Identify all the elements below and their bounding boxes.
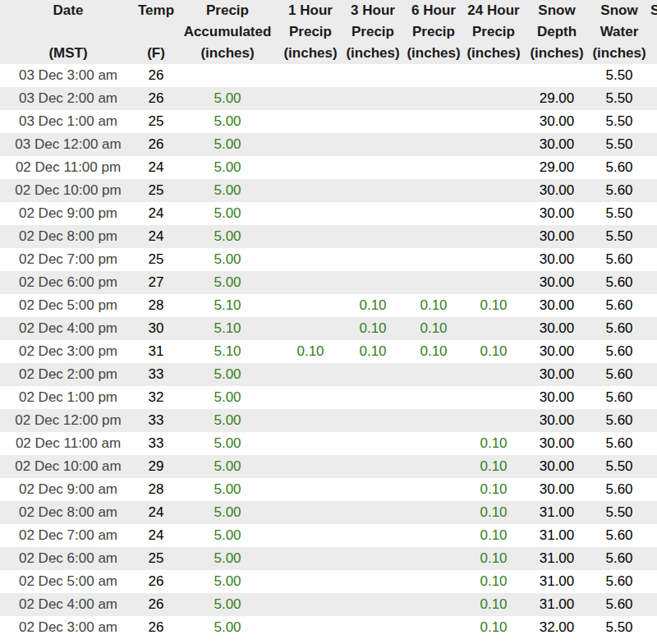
cell-precip_24hr bbox=[463, 248, 524, 271]
column-header-temp: Temp (F) bbox=[136, 0, 176, 64]
cell-snow_water: 5.50 bbox=[590, 110, 649, 133]
cell-precip_6hr bbox=[404, 133, 463, 156]
cell-precip_24hr bbox=[463, 156, 524, 179]
cell-snow_depth: 30.00 bbox=[524, 271, 590, 294]
table-header: Date (MST) Temp (F) Precip Accumulated (… bbox=[0, 0, 657, 64]
cell-snow_water: 5.50 bbox=[590, 616, 649, 639]
cell-clipped bbox=[649, 317, 657, 340]
cell-precip_3hr bbox=[342, 409, 404, 432]
cell-precip_6hr bbox=[404, 179, 463, 202]
cell-precip_1hr bbox=[279, 317, 342, 340]
cell-precip_3hr bbox=[342, 110, 404, 133]
cell-clipped bbox=[649, 386, 657, 409]
cell-precip_24hr bbox=[463, 271, 524, 294]
cell-temp: 24 bbox=[136, 202, 176, 225]
header-line bbox=[0, 21, 136, 43]
column-header-precip-accumulated: Precip Accumulated (inches) bbox=[176, 0, 279, 64]
header-line: Precip bbox=[463, 21, 524, 43]
cell-temp: 25 bbox=[136, 110, 176, 133]
cell-precip_3hr bbox=[342, 570, 404, 593]
cell-precip_3hr bbox=[342, 455, 404, 478]
cell-date: 02 Dec 4:00 am bbox=[0, 593, 136, 616]
table-row: 03 Dec 2:00 am265.0029.005.50 bbox=[0, 87, 657, 110]
cell-snow_water: 5.60 bbox=[590, 271, 649, 294]
cell-precip_3hr bbox=[342, 64, 404, 87]
header-line: Precip bbox=[279, 21, 342, 43]
cell-snow_water: 5.50 bbox=[590, 202, 649, 225]
cell-snow_depth: 30.00 bbox=[524, 179, 590, 202]
cell-precip_1hr bbox=[279, 432, 342, 455]
cell-clipped bbox=[649, 409, 657, 432]
cell-snow_water: 5.50 bbox=[590, 225, 649, 248]
cell-precip_6hr bbox=[404, 616, 463, 639]
cell-temp: 31 bbox=[136, 340, 176, 363]
cell-precip_1hr bbox=[279, 524, 342, 547]
cell-precip_6hr bbox=[404, 455, 463, 478]
cell-precip_accumulated: 5.00 bbox=[176, 271, 279, 294]
cell-precip_3hr bbox=[342, 547, 404, 570]
cell-temp: 32 bbox=[136, 386, 176, 409]
cell-temp: 24 bbox=[136, 156, 176, 179]
header-line: Temp bbox=[136, 0, 176, 21]
table-row: 02 Dec 8:00 pm245.0030.005.50 bbox=[0, 225, 657, 248]
table-row: 02 Dec 1:00 pm325.0030.005.60 bbox=[0, 386, 657, 409]
cell-clipped bbox=[649, 64, 657, 87]
column-header-precip-3hr: 3 Hour Precip (inches) bbox=[342, 0, 404, 64]
cell-clipped bbox=[649, 547, 657, 570]
cell-temp: 33 bbox=[136, 432, 176, 455]
cell-precip_accumulated: 5.10 bbox=[176, 294, 279, 317]
cell-precip_24hr: 0.10 bbox=[463, 570, 524, 593]
cell-precip_1hr bbox=[279, 409, 342, 432]
cell-precip_6hr bbox=[404, 248, 463, 271]
cell-snow_depth: 32.00 bbox=[524, 616, 590, 639]
cell-snow_depth: 30.00 bbox=[524, 478, 590, 501]
cell-precip_6hr bbox=[404, 225, 463, 248]
cell-precip_6hr bbox=[404, 432, 463, 455]
cell-precip_3hr bbox=[342, 386, 404, 409]
cell-snow_water: 5.50 bbox=[590, 64, 649, 87]
cell-precip_accumulated: 5.00 bbox=[176, 225, 279, 248]
cell-precip_1hr bbox=[279, 110, 342, 133]
cell-temp: 25 bbox=[136, 547, 176, 570]
cell-precip_6hr bbox=[404, 547, 463, 570]
cell-snow_water: 5.60 bbox=[590, 386, 649, 409]
table-row: 02 Dec 7:00 am245.000.1031.005.60 bbox=[0, 524, 657, 547]
header-line: Precip bbox=[342, 21, 404, 43]
cell-precip_accumulated: 5.10 bbox=[176, 317, 279, 340]
cell-precip_24hr: 0.10 bbox=[463, 478, 524, 501]
cell-snow_water: 5.60 bbox=[590, 432, 649, 455]
table-row: 02 Dec 3:00 pm315.100.100.100.100.1030.0… bbox=[0, 340, 657, 363]
cell-snow_water: 5.60 bbox=[590, 363, 649, 386]
cell-temp: 33 bbox=[136, 363, 176, 386]
cell-precip_1hr bbox=[279, 570, 342, 593]
cell-precip_24hr bbox=[463, 363, 524, 386]
cell-precip_1hr bbox=[279, 156, 342, 179]
table-row: 02 Dec 5:00 pm285.100.100.100.1030.005.6… bbox=[0, 294, 657, 317]
cell-clipped bbox=[649, 432, 657, 455]
cell-precip_accumulated: 5.00 bbox=[176, 363, 279, 386]
table-row: 02 Dec 4:00 am265.000.1031.005.60 bbox=[0, 593, 657, 616]
cell-date: 02 Dec 6:00 pm bbox=[0, 271, 136, 294]
cell-temp: 26 bbox=[136, 87, 176, 110]
cell-precip_1hr bbox=[279, 386, 342, 409]
table-row: 02 Dec 12:00 pm335.0030.005.60 bbox=[0, 409, 657, 432]
cell-temp: 26 bbox=[136, 570, 176, 593]
cell-snow_water: 5.60 bbox=[590, 317, 649, 340]
cell-precip_accumulated: 5.00 bbox=[176, 593, 279, 616]
cell-snow_water: 5.60 bbox=[590, 248, 649, 271]
cell-precip_accumulated: 5.00 bbox=[176, 386, 279, 409]
table-row: 03 Dec 12:00 am265.0030.005.50 bbox=[0, 133, 657, 156]
cell-snow_water: 5.50 bbox=[590, 87, 649, 110]
cell-temp: 24 bbox=[136, 225, 176, 248]
header-line: Date bbox=[0, 0, 136, 21]
table-row: 02 Dec 6:00 pm275.0030.005.60 bbox=[0, 271, 657, 294]
cell-precip_accumulated: 5.10 bbox=[176, 340, 279, 363]
cell-precip_1hr bbox=[279, 593, 342, 616]
header-line: (inches) bbox=[590, 43, 649, 64]
cell-snow_depth: 30.00 bbox=[524, 386, 590, 409]
cell-precip_24hr bbox=[463, 202, 524, 225]
table-row: 02 Dec 3:00 am265.000.1032.005.50 bbox=[0, 616, 657, 639]
header-line: (inches) bbox=[279, 43, 342, 64]
cell-precip_6hr bbox=[404, 386, 463, 409]
cell-precip_24hr: 0.10 bbox=[463, 432, 524, 455]
